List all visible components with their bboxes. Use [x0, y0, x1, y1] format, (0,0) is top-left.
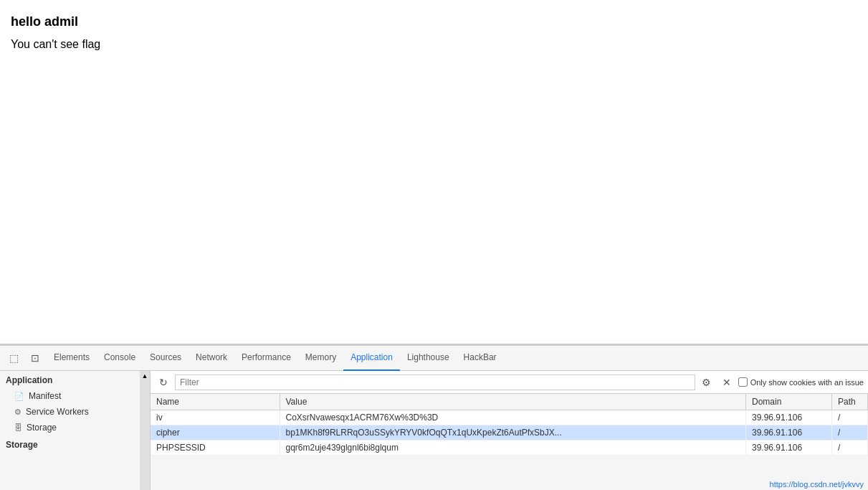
refresh-button[interactable]: ↻ [155, 374, 172, 391]
sidebar-storage-title: Storage [0, 435, 150, 453]
cookies-table: Name Value Domain Path ivCoXsrNvawesqx1A… [151, 394, 868, 490]
cell-path: / [832, 425, 868, 440]
tab-application[interactable]: Application [343, 346, 400, 371]
tab-lighthouse[interactable]: Lighthouse [400, 346, 457, 371]
tab-performance[interactable]: Performance [234, 346, 298, 371]
table-row[interactable]: cipherbp1MKh8f9RLRRqO3uSSykYRYV0kfOqQTx1… [151, 425, 868, 440]
cell-name: cipher [151, 425, 280, 440]
tab-sources[interactable]: Sources [143, 346, 189, 371]
sidebar-item-storage[interactable]: 🗄 Storage [0, 420, 150, 435]
only-show-cookies-checkbox[interactable] [738, 377, 748, 387]
devtools-body: Application 📄 Manifest ⚙ Service Workers… [0, 371, 868, 490]
table-header-row: Name Value Domain Path [151, 394, 868, 410]
tab-elements[interactable]: Elements [47, 346, 97, 371]
col-header-name: Name [151, 394, 280, 410]
only-show-cookies-label[interactable]: Only show cookies with an issue [738, 377, 864, 387]
table-row[interactable]: ivCoXsrNvawesqx1ACRM76Xw%3D%3D39.96.91.1… [151, 410, 868, 425]
filter-input[interactable] [175, 374, 695, 390]
sidebar-item-service-workers-label: Service Workers [26, 407, 89, 417]
devtools-icon-1[interactable]: ⬚ [4, 348, 24, 368]
cookies-table-body: ivCoXsrNvawesqx1ACRM76Xw%3D%3D39.96.91.1… [151, 410, 868, 456]
page-content: hello admil You can't see flag [0, 0, 868, 344]
manifest-icon: 📄 [14, 392, 24, 401]
devtools-main-panel: ↻ ⚙ ✕ Only show cookies with an issue Na… [151, 371, 868, 490]
sidebar-scrollbar[interactable]: ▲ [140, 371, 150, 490]
tab-console[interactable]: Console [97, 346, 143, 371]
tab-network[interactable]: Network [189, 346, 234, 371]
cell-path: / [832, 440, 868, 456]
page-heading: hello admil [11, 14, 857, 29]
tab-hackbar[interactable]: HackBar [457, 346, 504, 371]
filter-close-button[interactable]: ✕ [718, 374, 735, 391]
filter-bar: ↻ ⚙ ✕ Only show cookies with an issue [151, 371, 868, 394]
cell-domain: 39.96.91.106 [746, 440, 832, 456]
devtools-panel: ⬚ ⊡ Elements Console Sources Network Per… [0, 344, 868, 490]
cell-domain: 39.96.91.106 [746, 410, 832, 425]
tab-memory[interactable]: Memory [298, 346, 343, 371]
storage-icon: 🗄 [14, 423, 22, 432]
col-header-value: Value [280, 394, 746, 410]
only-show-cookies-text: Only show cookies with an issue [750, 378, 864, 387]
devtools-icon-2[interactable]: ⊡ [25, 348, 45, 368]
sidebar-item-manifest[interactable]: 📄 Manifest [0, 388, 150, 404]
page-subheading: You can't see flag [11, 38, 857, 51]
bottom-url-hint: https://blog.csdn.net/jvkvvy [766, 479, 868, 490]
devtools-sidebar: Application 📄 Manifest ⚙ Service Workers… [0, 371, 151, 490]
scroll-up-icon: ▲ [142, 372, 148, 380]
cell-domain: 39.96.91.106 [746, 425, 832, 440]
cell-name: PHPSESSID [151, 440, 280, 456]
cookies-data-table: Name Value Domain Path ivCoXsrNvawesqx1A… [151, 394, 868, 456]
filter-settings-button[interactable]: ⚙ [698, 374, 715, 391]
sidebar-item-storage-label: Storage [27, 423, 57, 433]
cell-value: CoXsrNvawesqx1ACRM76Xw%3D%3D [280, 410, 746, 425]
devtools-tabs-bar: ⬚ ⊡ Elements Console Sources Network Per… [0, 346, 868, 371]
table-row[interactable]: PHPSESSIDgqr6m2uje439glgnl6bi8glqum39.96… [151, 440, 868, 456]
cell-path: / [832, 410, 868, 425]
service-workers-icon: ⚙ [14, 407, 22, 417]
sidebar-application-title: Application [0, 371, 150, 388]
cell-name: iv [151, 410, 280, 425]
col-header-path: Path [832, 394, 868, 410]
cell-value: bp1MKh8f9RLRRqO3uSSykYRYV0kfOqQTx1qUxKpe… [280, 425, 746, 440]
sidebar-item-manifest-label: Manifest [29, 391, 61, 401]
col-header-domain: Domain [746, 394, 832, 410]
sidebar-item-service-workers[interactable]: ⚙ Service Workers [0, 404, 150, 420]
cell-value: gqr6m2uje439glgnl6bi8glqum [280, 440, 746, 456]
